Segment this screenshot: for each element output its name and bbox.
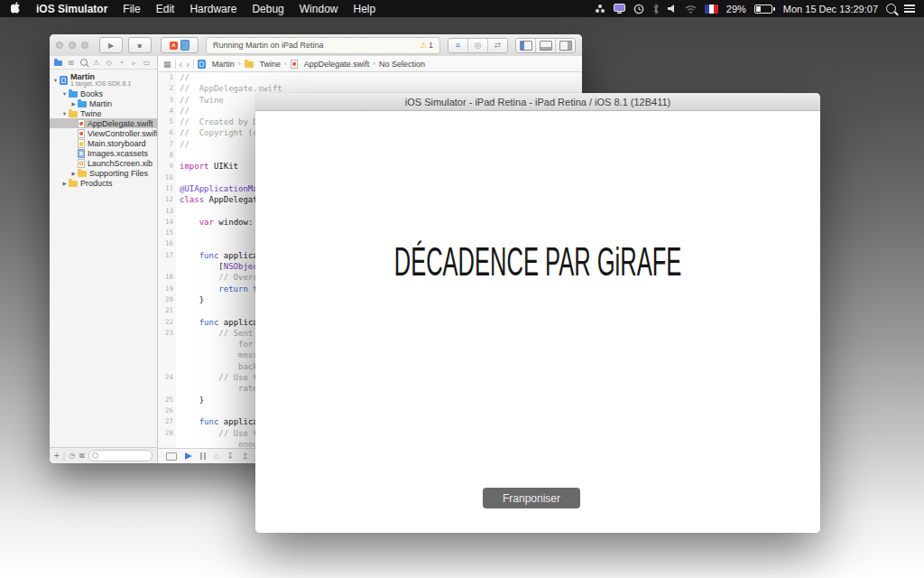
- tree-item-label: ViewController.swift: [88, 129, 157, 138]
- app-headline: DÉCADENCE PAR GiRAFE: [374, 239, 701, 284]
- breakpoint-navigator-icon[interactable]: ▹: [130, 58, 138, 67]
- line-number: 11: [158, 183, 173, 194]
- assistant-editor-button[interactable]: ◎: [467, 39, 487, 52]
- battery-icon[interactable]: [754, 5, 775, 14]
- step-into-icon[interactable]: ↧: [226, 452, 234, 461]
- toggle-utilities-button[interactable]: [555, 39, 575, 52]
- standard-editor-button[interactable]: ≡: [448, 39, 467, 52]
- tree-item-label: LaunchScreen.xib: [88, 159, 152, 168]
- test-navigator-icon[interactable]: ◇: [105, 58, 113, 67]
- minimize-window-icon: [69, 42, 76, 49]
- display-icon[interactable]: [614, 4, 625, 14]
- menu-file[interactable]: File: [123, 3, 140, 15]
- tree-item-label: Main.storyboard: [88, 139, 146, 148]
- menu-hardware[interactable]: Hardware: [189, 3, 236, 15]
- swift-icon: [291, 60, 298, 69]
- disclosure-triangle-icon[interactable]: ▶: [69, 171, 78, 176]
- app-scheme-icon: A: [170, 42, 178, 50]
- symbol-navigator-icon[interactable]: ⊞: [67, 58, 75, 67]
- folder-yellow-icon: [245, 61, 254, 68]
- navigator-tab-bar: ⊞ ⚠ ◇ ◔ ▹ ▭: [50, 56, 157, 70]
- line-number: 27: [158, 416, 173, 427]
- menubar-app-name[interactable]: iOS Simulator: [36, 3, 107, 15]
- volume-icon[interactable]: [668, 4, 677, 14]
- menu-help[interactable]: Help: [353, 3, 375, 15]
- breadcrumb-item[interactable]: Martin: [212, 60, 235, 69]
- breadcrumb-separator: ›: [238, 60, 241, 68]
- disclosure-triangle-icon[interactable]: ▼: [51, 78, 60, 83]
- line-number: 2: [158, 83, 173, 94]
- breadcrumb-item[interactable]: AppDelegate.swift: [304, 60, 370, 69]
- scheme-selector[interactable]: A: [161, 37, 199, 53]
- tree-item-martin[interactable]: ▼Martin1 target, iOS SDK 8.1: [50, 72, 157, 89]
- wifi-icon[interactable]: [685, 5, 697, 14]
- notification-center-icon[interactable]: [904, 5, 915, 13]
- tree-item-viewcontroller-swift[interactable]: ViewController.swift: [50, 128, 157, 138]
- storyboard-icon: [78, 139, 85, 148]
- navigator-panel: ⊞ ⚠ ◇ ◔ ▹ ▭ ▼Martin1 target, iOS SDK 8.1…: [50, 56, 158, 463]
- menubar-clock[interactable]: Mon 15 Dec 13:29:07: [783, 4, 878, 14]
- folder-yellow-icon: [78, 171, 87, 177]
- disclosure-triangle-icon[interactable]: ▼: [60, 91, 69, 97]
- view-toggle-segments: [515, 38, 576, 53]
- issues-badge[interactable]: ⚠ 1: [420, 41, 433, 50]
- add-file-icon[interactable]: +: [54, 451, 60, 461]
- tree-item-martin[interactable]: ▶Martin: [50, 98, 157, 108]
- recent-files-icon[interactable]: ◷: [69, 452, 75, 460]
- scm-filter-icon[interactable]: ⊠: [79, 452, 85, 460]
- window-controls[interactable]: [56, 42, 88, 49]
- line-number: [158, 339, 173, 350]
- breadcrumb-item[interactable]: No Selection: [379, 60, 425, 69]
- menu-window[interactable]: Window: [300, 3, 338, 15]
- disclosure-triangle-icon[interactable]: ▼: [60, 111, 69, 117]
- breadcrumb-item[interactable]: Twine: [260, 60, 282, 69]
- line-number: 1: [158, 72, 173, 83]
- stop-button[interactable]: ■: [128, 37, 152, 53]
- project-icon: [198, 60, 206, 69]
- menu-bar: iOS Simulator FileEditHardwareDebugWindo…: [0, 0, 924, 17]
- disclosure-triangle-icon[interactable]: ▶: [69, 101, 78, 107]
- spotlight-icon[interactable]: [886, 4, 896, 14]
- toggle-debug-area-button[interactable]: [535, 39, 555, 52]
- step-out-icon[interactable]: ↥: [242, 452, 249, 461]
- project-navigator-icon[interactable]: [54, 58, 62, 67]
- tree-item-label: Martin: [70, 73, 131, 81]
- assets-icon: [78, 149, 85, 158]
- simulator-title-bar[interactable]: iOS Simulator - iPad Retina - iPad Retin…: [255, 93, 820, 111]
- line-number: [158, 383, 173, 394]
- tree-item-products[interactable]: ▶Products: [50, 178, 157, 188]
- disclosure-triangle-icon[interactable]: ▶: [60, 181, 69, 186]
- pause-icon[interactable]: [200, 452, 206, 460]
- menu-edit[interactable]: Edit: [156, 3, 175, 15]
- breakpoints-toggle-icon[interactable]: [185, 452, 192, 460]
- tree-item-books[interactable]: ▼Books: [50, 89, 157, 98]
- tree-item-appdelegate-swift[interactable]: AppDelegate.swift: [50, 118, 157, 128]
- franponiser-button[interactable]: Franponiser: [483, 488, 580, 508]
- menu-debug[interactable]: Debug: [252, 3, 283, 15]
- report-navigator-icon[interactable]: ▭: [143, 58, 151, 67]
- filter-field[interactable]: [88, 450, 152, 461]
- tree-item-main-storyboard[interactable]: Main.storyboard: [50, 138, 157, 148]
- bluetooth-icon[interactable]: [652, 4, 660, 14]
- version-editor-button[interactable]: ⇄: [487, 39, 507, 52]
- tree-item-launchscreen-xib[interactable]: LaunchScreen.xib: [50, 158, 157, 168]
- debug-navigator-icon[interactable]: ◔: [117, 58, 125, 67]
- toggle-navigator-button[interactable]: [516, 39, 535, 52]
- apple-menu-icon[interactable]: [11, 2, 21, 16]
- run-button[interactable]: ▶: [99, 37, 123, 53]
- zoom-window-icon: [81, 42, 88, 49]
- step-over-icon[interactable]: ⌂: [214, 452, 218, 461]
- tree-item-label: Supporting Files: [89, 169, 148, 178]
- divider: |: [63, 452, 65, 461]
- issue-navigator-icon[interactable]: ⚠: [92, 58, 100, 67]
- french-flag-icon[interactable]: [705, 5, 718, 14]
- plugin-icon[interactable]: [595, 4, 605, 14]
- tree-item-images-xcassets[interactable]: Images.xcassets: [50, 148, 157, 158]
- search-navigator-icon[interactable]: [79, 58, 88, 67]
- line-number: 23: [158, 328, 173, 339]
- auto-variables-icon[interactable]: [166, 452, 177, 461]
- related-items-icon[interactable]: ▦: [163, 60, 171, 69]
- tree-item-supporting-files[interactable]: ▶Supporting Files: [50, 168, 157, 178]
- tree-item-twine[interactable]: ▼Twine: [50, 108, 157, 118]
- time-machine-icon[interactable]: [633, 4, 644, 14]
